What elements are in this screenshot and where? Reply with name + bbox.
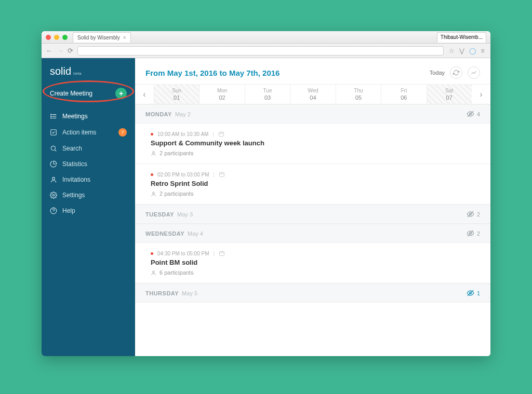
sidebar-item-meetings[interactable]: Meetings [42, 108, 135, 124]
svg-rect-6 [51, 130, 57, 135]
close-tab-icon[interactable]: × [123, 35, 126, 40]
day-of-week: THURSDAY [145, 290, 179, 296]
day-date: May 5 [182, 290, 197, 296]
day-cell-sat[interactable]: Sat07 [427, 85, 472, 104]
day-header[interactable]: MONDAYMay 24 [135, 104, 490, 124]
forward-icon[interactable]: → [57, 47, 63, 55]
browser-toolbar: ← → ⟳ ☆ ⋁ ◯ ≡ [42, 44, 490, 58]
page-title: From May 1st, 2016 to May 7th, 2016 [145, 69, 280, 77]
refresh-button[interactable] [450, 66, 462, 79]
browser-tab[interactable]: Solid by Wisembly × [73, 32, 131, 43]
meeting-time: 02:00 PM to 03:00 PM [157, 172, 209, 178]
app: solid beta Create Meeting + MeetingsActi… [42, 58, 490, 356]
meeting-list[interactable]: MONDAYMay 2410:00 AM to 10:30 AM|Support… [135, 104, 490, 356]
day-cell-mon[interactable]: Mon02 [199, 85, 244, 104]
meeting-participants: 6 participants [159, 269, 193, 276]
sidebar-item-label: Action items [62, 129, 96, 136]
minimize-window-icon[interactable] [54, 35, 59, 40]
back-icon[interactable]: ← [46, 47, 52, 55]
meeting-title: Support & Community week launch [151, 139, 480, 147]
plus-icon[interactable]: + [115, 88, 127, 99]
next-week-button[interactable]: › [472, 85, 490, 104]
meeting-item[interactable]: 10:00 AM to 10:30 AM|Support & Community… [135, 124, 490, 164]
svg-point-9 [52, 177, 55, 180]
meeting-participants: 2 participants [159, 191, 193, 197]
svg-point-5 [51, 118, 51, 118]
browser-extensions: ☆ ⋁ ◯ ≡ [448, 47, 486, 55]
meeting-item[interactable]: 02:00 PM to 03:00 PM|Retro Sprint Solid2… [135, 164, 490, 205]
sidebar-item-invitations[interactable]: Invitations [42, 172, 135, 187]
day-number: 05 [336, 94, 381, 101]
svg-point-33 [153, 270, 155, 273]
svg-point-3 [51, 114, 51, 115]
day-cell-tue[interactable]: Tue03 [245, 85, 290, 104]
day-date: May 3 [177, 211, 193, 218]
day-name: Thu [336, 88, 381, 93]
day-of-week: TUESDAY [145, 211, 174, 218]
svg-point-7 [51, 146, 55, 150]
day-cell-wed[interactable]: Wed04 [290, 85, 335, 104]
sidebar-item-label: Statistics [62, 160, 87, 168]
browser-profile-tab[interactable]: Thibaut-Wisemb... [437, 32, 486, 43]
stats-button[interactable] [468, 66, 480, 79]
tab-title: Solid by Wisembly [77, 35, 120, 40]
browser-window: Solid by Wisembly × Thibaut-Wisemb... ← … [42, 31, 490, 356]
day-number: 06 [381, 94, 426, 101]
sidebar-item-search[interactable]: Search [42, 141, 135, 156]
brand: solid beta [42, 58, 135, 83]
calendar-icon [218, 131, 224, 137]
search-icon [50, 145, 57, 152]
prev-week-button[interactable]: ‹ [135, 85, 154, 104]
reload-icon[interactable]: ⟳ [68, 47, 73, 55]
day-header[interactable]: WEDNESDAYMay 42 [135, 224, 490, 243]
svg-line-8 [55, 150, 56, 151]
day-header[interactable]: THURSDAYMay 51 [135, 283, 490, 303]
sidebar-item-settings[interactable]: Settings [42, 187, 135, 203]
gear-icon [50, 192, 57, 199]
sidebar-item-help[interactable]: Help [42, 203, 135, 219]
meeting-time: 04:30 PM to 05:00 PM [157, 251, 209, 256]
day-name: Mon [200, 88, 244, 93]
day-name: Sat [427, 88, 472, 93]
day-cell-thu[interactable]: Thu05 [336, 85, 381, 104]
star-icon[interactable]: ☆ [448, 47, 455, 55]
browser-titlebar: Solid by Wisembly × Thibaut-Wisemb... [42, 31, 490, 44]
sidebar-item-action-items[interactable]: Action items7 [42, 124, 135, 141]
day-count: 4 [477, 111, 480, 117]
day-cell-fri[interactable]: Fri06 [381, 85, 426, 104]
svg-point-24 [153, 192, 155, 194]
pocket-icon[interactable]: ⋁ [458, 47, 466, 55]
sidebar-menu: MeetingsAction items7SearchStatisticsInv… [42, 108, 135, 219]
sidebar-item-statistics[interactable]: Statistics [42, 156, 135, 172]
maximize-window-icon[interactable] [62, 35, 68, 40]
meeting-title: Point BM solid [151, 259, 480, 266]
day-date: May 4 [188, 230, 203, 237]
menu-icon[interactable]: ≡ [479, 47, 486, 55]
sidebar-item-label: Settings [62, 192, 85, 199]
pie-icon [50, 160, 57, 168]
circle-ext-icon[interactable]: ◯ [469, 47, 476, 55]
svg-point-10 [52, 194, 55, 196]
brand-logo: solid [50, 65, 71, 77]
chart-icon [471, 70, 477, 76]
close-window-icon[interactable] [46, 35, 51, 40]
create-meeting-label: Create Meeting [50, 90, 92, 97]
svg-rect-29 [220, 252, 224, 256]
day-strip: ‹ Sun01Mon02Tue03Wed04Thu05Fri06Sat07 › [135, 84, 490, 104]
create-meeting-button[interactable]: Create Meeting + [42, 83, 135, 104]
address-bar[interactable] [77, 46, 444, 56]
meeting-time: 10:00 AM to 10:30 AM [157, 131, 208, 137]
eye-off-icon [467, 210, 474, 218]
calendar-icon [219, 171, 225, 178]
meeting-item[interactable]: 04:30 PM to 05:00 PM|Point BM solid6 par… [135, 243, 490, 283]
today-button[interactable]: Today [430, 70, 445, 76]
check-icon [50, 129, 57, 136]
main: From May 1st, 2016 to May 7th, 2016 Toda… [135, 58, 490, 356]
day-count: 2 [477, 230, 480, 237]
day-header[interactable]: TUESDAYMay 32 [135, 205, 490, 224]
status-dot [151, 173, 153, 176]
day-name: Tue [245, 88, 290, 93]
day-cell-sun[interactable]: Sun01 [154, 85, 199, 104]
window-controls[interactable] [46, 35, 73, 40]
sidebar-item-label: Invitations [62, 176, 90, 183]
